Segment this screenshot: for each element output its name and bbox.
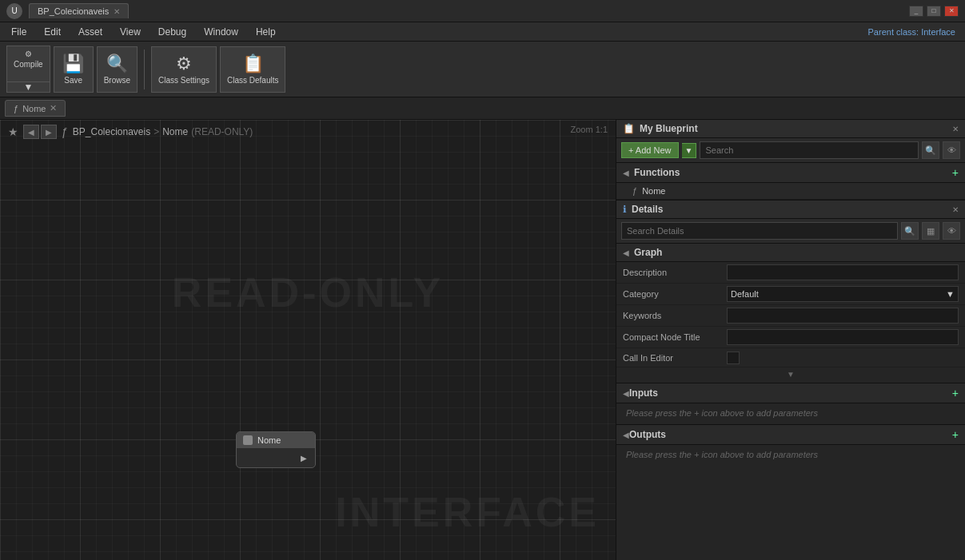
compile-icon: ⚙ xyxy=(25,50,32,58)
add-new-dropdown[interactable]: ▼ xyxy=(682,143,697,158)
details-eye-icon[interactable]: 👁 xyxy=(943,222,960,240)
my-blueprint-close-icon[interactable]: ✕ xyxy=(952,125,959,133)
outputs-add-icon[interactable]: + xyxy=(952,428,959,441)
menu-bar: File Edit Asset View Debug Window Help P… xyxy=(0,22,965,42)
add-new-button[interactable]: + Add New xyxy=(621,142,679,158)
node-exec-pin[interactable]: ▶ xyxy=(299,453,309,463)
inputs-hint: Please press the + icon above to add par… xyxy=(616,403,965,423)
class-settings-icon: ⚙ xyxy=(176,54,192,74)
blueprint-node-nome[interactable]: Nome ▶ xyxy=(236,431,316,468)
call-in-editor-checkbox[interactable] xyxy=(727,351,740,364)
my-blueprint-search-input[interactable] xyxy=(700,141,919,159)
favorite-star-icon[interactable]: ★ xyxy=(8,125,18,138)
browse-button[interactable]: 🔍 Browse xyxy=(97,46,138,93)
graph-collapse-icon: ◀ xyxy=(623,248,629,257)
compile-dropdown[interactable]: ▼ xyxy=(6,81,50,93)
details-view-options-icon[interactable]: ▦ xyxy=(922,222,939,240)
minimize-button[interactable]: _ xyxy=(909,6,923,17)
outputs-section-header[interactable]: ◀ Outputs + xyxy=(616,424,965,445)
functions-section: ◀ Functions + ƒ Nome xyxy=(616,163,965,200)
description-value[interactable] xyxy=(727,264,959,280)
function-tab-close-icon[interactable]: ✕ xyxy=(50,103,57,113)
description-label: Description xyxy=(623,268,727,277)
scroll-down-icon: ▼ xyxy=(787,370,795,379)
call-in-editor-value[interactable] xyxy=(727,351,959,364)
functions-section-header[interactable]: ◀ Functions + xyxy=(616,163,965,183)
forward-button[interactable]: ▶ xyxy=(41,125,57,139)
blueprint-canvas[interactable]: ★ ◀ ▶ ƒ BP_Colecionaveis > Nome (READ-ON… xyxy=(0,120,616,560)
category-value[interactable]: Default ▼ xyxy=(727,286,959,302)
class-defaults-icon: 📋 xyxy=(242,54,264,74)
category-dropdown-icon: ▼ xyxy=(946,289,955,299)
category-select[interactable]: Default ▼ xyxy=(727,286,959,302)
inputs-section-title: Inputs xyxy=(629,387,952,399)
my-blueprint-icon: 📋 xyxy=(623,123,635,134)
window-controls: _ □ ✕ xyxy=(909,6,959,17)
graph-section-title: Graph xyxy=(634,247,662,258)
property-description: Description xyxy=(616,262,965,284)
main-layout: ★ ◀ ▶ ƒ BP_Colecionaveis > Nome (READ-ON… xyxy=(0,120,965,560)
property-compact-node-title: Compact Node Title xyxy=(616,327,965,348)
menu-file[interactable]: File xyxy=(3,25,34,39)
property-keywords: Keywords xyxy=(616,305,965,327)
title-bar: U BP_Colecionaveis ✕ _ □ ✕ xyxy=(0,0,965,22)
my-blueprint-title: My Blueprint xyxy=(640,123,698,134)
property-category: Category Default ▼ xyxy=(616,284,965,305)
details-search-icon[interactable]: 🔍 xyxy=(901,222,919,240)
outputs-collapse-icon: ◀ xyxy=(623,431,629,439)
details-close-icon[interactable]: ✕ xyxy=(952,205,959,214)
my-blueprint-toolbar: + Add New ▼ 🔍 👁 xyxy=(616,138,965,163)
details-title: Details xyxy=(632,204,663,215)
function-icon: ƒ xyxy=(632,186,637,196)
compact-node-title-value[interactable] xyxy=(727,329,959,345)
my-blueprint-view-options-icon[interactable]: 👁 xyxy=(943,141,960,159)
compact-node-title-input[interactable] xyxy=(727,329,959,345)
menu-view[interactable]: View xyxy=(112,25,149,39)
menu-help[interactable]: Help xyxy=(248,25,284,39)
right-panel: 📋 My Blueprint ✕ + Add New ▼ 🔍 👁 ◀ Funct… xyxy=(616,120,965,560)
tab-close-icon[interactable]: ✕ xyxy=(114,7,120,16)
inputs-add-icon[interactable]: + xyxy=(952,387,959,399)
inputs-section-header[interactable]: ◀ Inputs + xyxy=(616,383,965,403)
description-input[interactable] xyxy=(727,264,959,280)
menu-debug[interactable]: Debug xyxy=(150,25,194,39)
breadcrumb-separator: > xyxy=(154,126,159,137)
toolbar-separator xyxy=(144,50,145,89)
details-info-icon: ℹ xyxy=(623,204,627,215)
node-header: Nome xyxy=(237,432,315,448)
breadcrumb-readonly-label: (READ-ONLY) xyxy=(191,126,253,137)
keywords-input[interactable] xyxy=(727,308,959,324)
node-body: ▶ xyxy=(237,448,315,467)
back-button[interactable]: ◀ xyxy=(23,125,39,139)
menu-window[interactable]: Window xyxy=(196,25,246,39)
scroll-indicator: ▼ xyxy=(616,367,965,381)
compile-button[interactable]: ⚙ Compile xyxy=(6,46,50,81)
app-logo: U xyxy=(6,3,22,19)
class-settings-button[interactable]: ⚙ Class Settings xyxy=(151,46,217,93)
maximize-button[interactable]: □ xyxy=(927,6,941,17)
outputs-section-title: Outputs xyxy=(629,429,952,440)
save-button[interactable]: 💾 Save xyxy=(54,46,94,93)
menu-edit[interactable]: Edit xyxy=(36,25,69,39)
zoom-indicator: Zoom 1:1 xyxy=(571,125,608,134)
details-header: ℹ Details ✕ xyxy=(616,200,965,219)
details-search-input[interactable] xyxy=(621,222,898,240)
toolbar: ⚙ Compile ▼ 💾 Save 🔍 Browse ⚙ Class Sett… xyxy=(0,42,965,97)
breadcrumb-nav: ◀ ▶ xyxy=(23,125,57,139)
function-item-nome[interactable]: ƒ Nome xyxy=(616,183,965,200)
category-label: Category xyxy=(623,289,727,299)
graph-section-header[interactable]: ◀ Graph xyxy=(616,244,965,262)
function-tab-label: Nome xyxy=(22,104,46,113)
call-in-editor-label: Call In Editor xyxy=(623,353,727,363)
functions-section-title: Functions xyxy=(634,167,680,178)
menu-asset[interactable]: Asset xyxy=(70,25,110,39)
my-blueprint-search-icon[interactable]: 🔍 xyxy=(922,141,939,159)
function-tab-nome[interactable]: ƒ Nome ✕ xyxy=(5,100,66,117)
tab-bp-colecionaveis[interactable]: BP_Colecionaveis ✕ xyxy=(29,3,129,18)
functions-add-icon[interactable]: + xyxy=(952,166,959,179)
keywords-value[interactable] xyxy=(727,308,959,324)
breadcrumb-func-icon: ƒ xyxy=(62,125,68,138)
details-panel: ℹ Details ✕ 🔍 ▦ 👁 ◀ Graph Description xyxy=(616,200,965,560)
close-button[interactable]: ✕ xyxy=(944,6,959,17)
class-defaults-button[interactable]: 📋 Class Defaults xyxy=(220,46,285,93)
